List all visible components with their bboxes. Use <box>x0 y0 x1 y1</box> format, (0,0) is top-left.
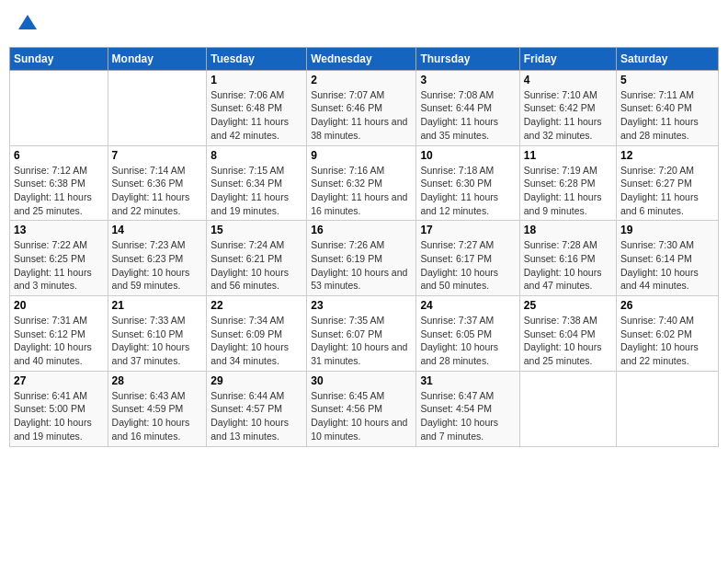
day-info: Sunrise: 6:44 AM Sunset: 4:57 PM Dayligh… <box>210 389 302 443</box>
day-number: 23 <box>311 299 412 312</box>
calendar-cell: 14Sunrise: 7:23 AM Sunset: 6:23 PM Dayli… <box>108 221 207 296</box>
calendar-header-row: SundayMondayTuesdayWednesdayThursdayFrid… <box>10 47 719 70</box>
calendar-cell: 25Sunrise: 7:38 AM Sunset: 6:04 PM Dayli… <box>519 296 616 372</box>
calendar-cell <box>617 371 719 446</box>
day-number: 7 <box>112 149 203 162</box>
day-info: Sunrise: 7:18 AM Sunset: 6:30 PM Dayligh… <box>420 164 515 218</box>
week-row-4: 20Sunrise: 7:31 AM Sunset: 6:12 PM Dayli… <box>10 296 719 372</box>
day-number: 9 <box>311 149 412 162</box>
day-info: Sunrise: 7:27 AM Sunset: 6:17 PM Dayligh… <box>420 238 515 293</box>
calendar-cell: 12Sunrise: 7:20 AM Sunset: 6:27 PM Dayli… <box>617 145 719 221</box>
day-number: 27 <box>14 374 104 387</box>
day-info: Sunrise: 7:12 AM Sunset: 6:38 PM Dayligh… <box>14 164 104 218</box>
day-number: 31 <box>420 374 515 387</box>
calendar-cell <box>10 70 108 145</box>
day-number: 18 <box>524 224 612 236</box>
day-info: Sunrise: 7:08 AM Sunset: 6:44 PM Dayligh… <box>420 88 515 143</box>
calendar-cell: 15Sunrise: 7:24 AM Sunset: 6:21 PM Dayli… <box>207 221 307 296</box>
day-number: 2 <box>311 74 412 86</box>
day-number: 15 <box>210 224 302 236</box>
calendar-cell: 4Sunrise: 7:10 AM Sunset: 6:42 PM Daylig… <box>519 70 616 145</box>
day-number: 10 <box>420 149 515 162</box>
day-info: Sunrise: 7:07 AM Sunset: 6:46 PM Dayligh… <box>311 88 412 143</box>
calendar-cell: 24Sunrise: 7:37 AM Sunset: 6:05 PM Dayli… <box>416 296 519 372</box>
calendar-cell: 8Sunrise: 7:15 AM Sunset: 6:34 PM Daylig… <box>207 145 307 221</box>
day-number: 25 <box>524 299 612 312</box>
day-info: Sunrise: 7:30 AM Sunset: 6:14 PM Dayligh… <box>620 238 714 293</box>
day-header-tuesday: Tuesday <box>207 47 307 70</box>
day-info: Sunrise: 7:31 AM Sunset: 6:12 PM Dayligh… <box>14 314 104 368</box>
calendar-cell: 19Sunrise: 7:30 AM Sunset: 6:14 PM Dayli… <box>617 221 719 296</box>
day-info: Sunrise: 7:26 AM Sunset: 6:19 PM Dayligh… <box>311 238 412 293</box>
logo <box>15 13 39 36</box>
day-info: Sunrise: 6:43 AM Sunset: 4:59 PM Dayligh… <box>112 389 203 443</box>
calendar-cell: 17Sunrise: 7:27 AM Sunset: 6:17 PM Dayli… <box>416 221 519 296</box>
logo-icon <box>17 13 39 31</box>
day-info: Sunrise: 7:24 AM Sunset: 6:21 PM Dayligh… <box>210 238 302 293</box>
day-info: Sunrise: 7:20 AM Sunset: 6:27 PM Dayligh… <box>620 164 714 218</box>
day-number: 19 <box>620 224 714 236</box>
day-info: Sunrise: 7:33 AM Sunset: 6:10 PM Dayligh… <box>112 314 203 368</box>
day-header-friday: Friday <box>519 47 616 70</box>
day-info: Sunrise: 7:28 AM Sunset: 6:16 PM Dayligh… <box>524 238 612 293</box>
calendar-cell: 9Sunrise: 7:16 AM Sunset: 6:32 PM Daylig… <box>307 145 416 221</box>
calendar-cell: 11Sunrise: 7:19 AM Sunset: 6:28 PM Dayli… <box>519 145 616 221</box>
calendar-cell <box>108 70 207 145</box>
calendar-cell: 28Sunrise: 6:43 AM Sunset: 4:59 PM Dayli… <box>108 371 207 446</box>
calendar-cell: 21Sunrise: 7:33 AM Sunset: 6:10 PM Dayli… <box>108 296 207 372</box>
page-header <box>9 9 719 40</box>
day-number: 24 <box>420 299 515 312</box>
week-row-3: 13Sunrise: 7:22 AM Sunset: 6:25 PM Dayli… <box>10 221 719 296</box>
day-number: 29 <box>210 374 302 387</box>
day-info: Sunrise: 7:40 AM Sunset: 6:02 PM Dayligh… <box>620 314 714 368</box>
calendar-cell: 10Sunrise: 7:18 AM Sunset: 6:30 PM Dayli… <box>416 145 519 221</box>
day-number: 28 <box>112 374 203 387</box>
day-number: 8 <box>210 149 302 162</box>
day-number: 4 <box>524 74 612 86</box>
day-number: 13 <box>14 224 104 236</box>
calendar-cell: 18Sunrise: 7:28 AM Sunset: 6:16 PM Dayli… <box>519 221 616 296</box>
calendar-cell: 13Sunrise: 7:22 AM Sunset: 6:25 PM Dayli… <box>10 221 108 296</box>
calendar-cell: 6Sunrise: 7:12 AM Sunset: 6:38 PM Daylig… <box>10 145 108 221</box>
calendar-cell: 7Sunrise: 7:14 AM Sunset: 6:36 PM Daylig… <box>108 145 207 221</box>
svg-marker-0 <box>18 15 37 29</box>
calendar-cell: 20Sunrise: 7:31 AM Sunset: 6:12 PM Dayli… <box>10 296 108 372</box>
day-number: 30 <box>311 374 412 387</box>
day-number: 26 <box>620 299 714 312</box>
day-info: Sunrise: 7:19 AM Sunset: 6:28 PM Dayligh… <box>524 164 612 218</box>
day-info: Sunrise: 7:34 AM Sunset: 6:09 PM Dayligh… <box>210 314 302 368</box>
day-info: Sunrise: 6:45 AM Sunset: 4:56 PM Dayligh… <box>311 389 412 443</box>
calendar-cell: 27Sunrise: 6:41 AM Sunset: 5:00 PM Dayli… <box>10 371 108 446</box>
calendar-cell: 30Sunrise: 6:45 AM Sunset: 4:56 PM Dayli… <box>307 371 416 446</box>
calendar-cell: 26Sunrise: 7:40 AM Sunset: 6:02 PM Dayli… <box>617 296 719 372</box>
day-info: Sunrise: 7:35 AM Sunset: 6:07 PM Dayligh… <box>311 314 412 368</box>
day-header-monday: Monday <box>108 47 207 70</box>
week-row-2: 6Sunrise: 7:12 AM Sunset: 6:38 PM Daylig… <box>10 145 719 221</box>
day-number: 5 <box>620 74 714 86</box>
calendar-table: SundayMondayTuesdayWednesdayThursdayFrid… <box>9 47 719 447</box>
day-header-thursday: Thursday <box>416 47 519 70</box>
week-row-5: 27Sunrise: 6:41 AM Sunset: 5:00 PM Dayli… <box>10 371 719 446</box>
day-number: 11 <box>524 149 612 162</box>
day-info: Sunrise: 7:37 AM Sunset: 6:05 PM Dayligh… <box>420 314 515 368</box>
day-info: Sunrise: 7:10 AM Sunset: 6:42 PM Dayligh… <box>524 88 612 143</box>
calendar-cell: 3Sunrise: 7:08 AM Sunset: 6:44 PM Daylig… <box>416 70 519 145</box>
day-number: 14 <box>112 224 203 236</box>
calendar-cell: 29Sunrise: 6:44 AM Sunset: 4:57 PM Dayli… <box>207 371 307 446</box>
day-number: 3 <box>420 74 515 86</box>
day-header-sunday: Sunday <box>10 47 108 70</box>
day-number: 20 <box>14 299 104 312</box>
calendar-cell: 16Sunrise: 7:26 AM Sunset: 6:19 PM Dayli… <box>307 221 416 296</box>
day-number: 22 <box>210 299 302 312</box>
day-number: 17 <box>420 224 515 236</box>
calendar-cell: 23Sunrise: 7:35 AM Sunset: 6:07 PM Dayli… <box>307 296 416 372</box>
day-info: Sunrise: 7:14 AM Sunset: 6:36 PM Dayligh… <box>112 164 203 218</box>
week-row-1: 1Sunrise: 7:06 AM Sunset: 6:48 PM Daylig… <box>10 70 719 145</box>
day-info: Sunrise: 7:15 AM Sunset: 6:34 PM Dayligh… <box>210 164 302 218</box>
day-header-wednesday: Wednesday <box>307 47 416 70</box>
day-info: Sunrise: 6:47 AM Sunset: 4:54 PM Dayligh… <box>420 389 515 443</box>
calendar-cell: 2Sunrise: 7:07 AM Sunset: 6:46 PM Daylig… <box>307 70 416 145</box>
calendar-cell: 31Sunrise: 6:47 AM Sunset: 4:54 PM Dayli… <box>416 371 519 446</box>
day-info: Sunrise: 7:23 AM Sunset: 6:23 PM Dayligh… <box>112 238 203 293</box>
day-info: Sunrise: 6:41 AM Sunset: 5:00 PM Dayligh… <box>14 389 104 443</box>
